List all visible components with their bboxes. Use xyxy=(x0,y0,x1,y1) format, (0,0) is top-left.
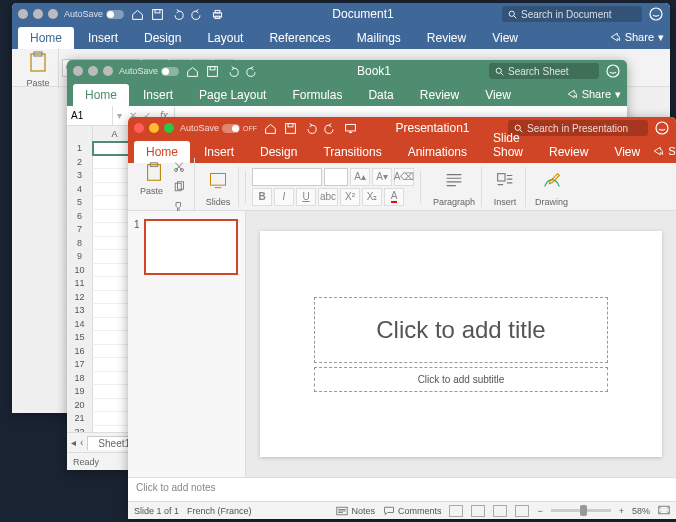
drawing-icon[interactable] xyxy=(538,167,566,195)
redo-icon[interactable] xyxy=(190,7,204,21)
tab-design[interactable]: Design xyxy=(248,141,309,163)
normal-view-icon[interactable] xyxy=(449,505,463,517)
toggle-switch[interactable] xyxy=(161,67,179,76)
dropdown-icon[interactable]: ▾ xyxy=(113,110,126,121)
tab-insert[interactable]: Insert xyxy=(192,141,246,163)
min-dot[interactable] xyxy=(88,66,98,76)
reading-view-icon[interactable] xyxy=(493,505,507,517)
share-button[interactable]: Share ▾ xyxy=(609,31,664,44)
close-dot[interactable] xyxy=(18,9,28,19)
tab-insert[interactable]: Insert xyxy=(131,84,185,106)
slide-canvas[interactable]: Click to add title Click to add subtitle xyxy=(260,231,662,457)
tab-mailings[interactable]: Mailings xyxy=(345,27,413,49)
tab-review[interactable]: Review xyxy=(415,27,478,49)
min-dot[interactable] xyxy=(149,123,159,133)
grow-font-icon[interactable]: A▴ xyxy=(350,168,370,186)
toggle-switch[interactable] xyxy=(106,10,124,19)
tab-home[interactable]: Home xyxy=(18,27,74,49)
autosave-toggle[interactable]: AutoSave OFF xyxy=(180,123,257,133)
search-field[interactable]: Search Sheet xyxy=(489,63,599,79)
zoom-in-icon[interactable]: + xyxy=(619,506,624,516)
language-indicator[interactable]: French (France) xyxy=(187,506,252,516)
shrink-font-icon[interactable]: A▾ xyxy=(372,168,392,186)
tab-page-layout[interactable]: Page Layout xyxy=(187,84,278,106)
close-dot[interactable] xyxy=(134,123,144,133)
autosave-toggle[interactable]: AutoSave xyxy=(64,9,124,19)
slideshow-view-icon[interactable] xyxy=(515,505,529,517)
strike-button[interactable]: abc xyxy=(318,188,338,206)
italic-button[interactable]: I xyxy=(274,188,294,206)
clear-format-icon[interactable]: A⌫ xyxy=(394,168,414,186)
redo-icon[interactable] xyxy=(323,121,337,135)
traffic-lights[interactable] xyxy=(73,66,113,76)
share-button[interactable]: Share ▾ xyxy=(566,88,621,101)
paste-icon[interactable] xyxy=(24,48,52,76)
sorter-view-icon[interactable] xyxy=(471,505,485,517)
tab-data[interactable]: Data xyxy=(356,84,405,106)
max-dot[interactable] xyxy=(164,123,174,133)
paragraph-icon[interactable] xyxy=(440,167,468,195)
feedback-icon[interactable] xyxy=(654,120,670,136)
close-dot[interactable] xyxy=(73,66,83,76)
feedback-icon[interactable] xyxy=(648,6,664,22)
traffic-lights[interactable] xyxy=(18,9,58,19)
comments-button[interactable]: Comments xyxy=(383,506,442,516)
tab-animations[interactable]: Animations xyxy=(396,141,479,163)
notes-pane[interactable]: Click to add notes xyxy=(128,477,676,501)
home-icon[interactable] xyxy=(263,121,277,135)
tab-layout[interactable]: Layout xyxy=(195,27,255,49)
feedback-icon[interactable] xyxy=(605,63,621,79)
superscript-button[interactable]: X² xyxy=(340,188,360,206)
subtitle-placeholder[interactable]: Click to add subtitle xyxy=(314,367,608,392)
home-icon[interactable] xyxy=(130,7,144,21)
subscript-button[interactable]: X₂ xyxy=(362,188,382,206)
notes-button[interactable]: Notes xyxy=(336,506,375,516)
name-box[interactable]: A1 xyxy=(67,106,113,125)
slide-thumbnail[interactable] xyxy=(144,219,238,275)
search-field[interactable]: Search in Document xyxy=(502,6,642,22)
undo-icon[interactable] xyxy=(225,64,239,78)
tab-review[interactable]: Review xyxy=(537,141,600,163)
max-dot[interactable] xyxy=(48,9,58,19)
zoom-slider[interactable] xyxy=(551,509,611,512)
print-icon[interactable] xyxy=(210,7,224,21)
font-color-button[interactable]: A xyxy=(384,188,404,206)
copy-icon[interactable] xyxy=(170,178,188,196)
tab-view[interactable]: View xyxy=(602,141,652,163)
tab-slide-show[interactable]: Slide Show xyxy=(481,127,535,163)
zoom-value[interactable]: 58% xyxy=(632,506,650,516)
cut-icon[interactable] xyxy=(170,158,188,176)
share-button[interactable]: Share ▾ xyxy=(652,145,676,158)
bold-button[interactable]: B xyxy=(252,188,272,206)
tab-references[interactable]: References xyxy=(257,27,342,49)
save-icon[interactable] xyxy=(150,7,164,21)
undo-icon[interactable] xyxy=(303,121,317,135)
max-dot[interactable] xyxy=(103,66,113,76)
tab-design[interactable]: Design xyxy=(132,27,193,49)
prev-sheet-icon[interactable]: ‹ xyxy=(80,437,83,448)
fit-icon[interactable] xyxy=(658,505,670,517)
traffic-lights[interactable] xyxy=(134,123,174,133)
new-slide-icon[interactable] xyxy=(204,167,232,195)
autosave-toggle[interactable]: AutoSave xyxy=(119,66,179,76)
tab-transitions[interactable]: Transitions xyxy=(311,141,393,163)
paste-icon[interactable] xyxy=(140,158,168,186)
tab-formulas[interactable]: Formulas xyxy=(280,84,354,106)
underline-button[interactable]: U xyxy=(296,188,316,206)
insert-icon[interactable] xyxy=(491,167,519,195)
tab-insert[interactable]: Insert xyxy=(76,27,130,49)
redo-icon[interactable] xyxy=(245,64,259,78)
home-icon[interactable] xyxy=(185,64,199,78)
save-icon[interactable] xyxy=(205,64,219,78)
first-sheet-icon[interactable]: ◂ xyxy=(71,437,76,448)
min-dot[interactable] xyxy=(33,9,43,19)
save-icon[interactable] xyxy=(283,121,297,135)
slideshow-icon[interactable] xyxy=(343,121,357,135)
undo-icon[interactable] xyxy=(170,7,184,21)
tab-review[interactable]: Review xyxy=(408,84,471,106)
tab-home[interactable]: Home xyxy=(73,84,129,106)
toggle-switch[interactable] xyxy=(222,124,240,133)
zoom-out-icon[interactable]: − xyxy=(537,506,542,516)
tab-view[interactable]: View xyxy=(473,84,523,106)
title-placeholder[interactable]: Click to add title xyxy=(314,297,608,363)
